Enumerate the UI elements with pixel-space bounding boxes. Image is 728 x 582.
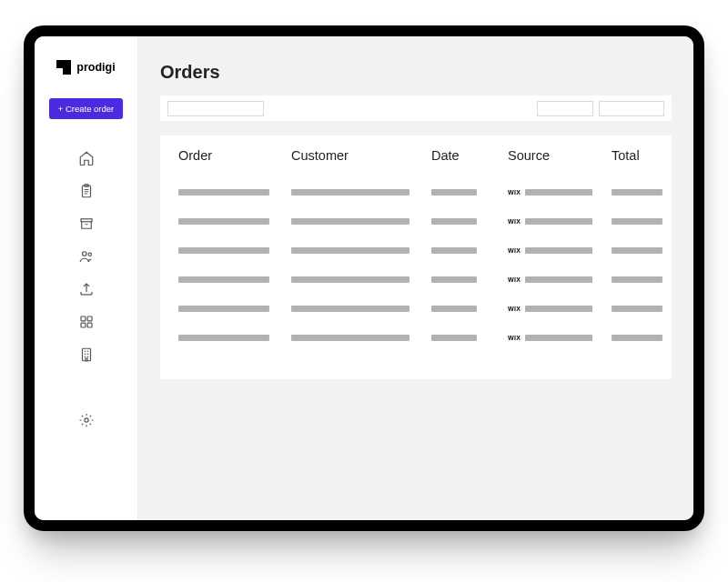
source-tag: WIX xyxy=(508,276,521,283)
cell-source-placeholder xyxy=(525,218,592,225)
grid-icon[interactable] xyxy=(78,314,95,330)
cell-source: WIX xyxy=(508,335,608,341)
cell-order-placeholder xyxy=(178,218,269,225)
svg-rect-11 xyxy=(81,323,86,327)
cell-total-placeholder xyxy=(612,247,662,254)
table-row[interactable]: WIX xyxy=(178,177,653,206)
settings-icon[interactable] xyxy=(78,412,95,428)
cell-source: WIX xyxy=(508,306,608,312)
cell-order-placeholder xyxy=(178,189,269,196)
cell-customer-placeholder xyxy=(291,335,410,341)
upload-icon[interactable] xyxy=(78,281,95,297)
brand-logo-icon xyxy=(56,60,71,75)
cell-customer-placeholder xyxy=(291,247,410,254)
cell-source-placeholder xyxy=(525,335,592,341)
cell-source-placeholder xyxy=(525,247,592,254)
archive-icon[interactable] xyxy=(78,216,95,232)
cell-date-placeholder xyxy=(431,306,477,312)
create-order-button[interactable]: + Create order xyxy=(49,98,124,119)
filter-dropdown-b[interactable] xyxy=(599,101,664,116)
source-tag: WIX xyxy=(508,335,521,341)
cell-order-placeholder xyxy=(178,247,269,254)
source-tag: WIX xyxy=(508,218,521,225)
table-body: WIXWIXWIXWIXWIXWIX xyxy=(178,177,653,352)
cell-date-placeholder xyxy=(431,218,477,225)
cell-source: WIX xyxy=(508,247,608,254)
cell-source-placeholder xyxy=(525,276,592,283)
sidebar-nav xyxy=(78,150,95,428)
svg-point-7 xyxy=(82,252,86,256)
tablet-frame: prodigi + Create order xyxy=(24,25,704,531)
col-date: Date xyxy=(431,148,504,163)
app-screen: prodigi + Create order xyxy=(35,36,693,520)
cell-customer-placeholder xyxy=(291,306,410,312)
table-row[interactable]: WIX xyxy=(178,323,653,352)
cell-total-placeholder xyxy=(612,306,662,312)
orders-table: Order Customer Date Source Total WIXWIXW… xyxy=(160,135,672,379)
cell-order-placeholder xyxy=(178,335,269,341)
brand: prodigi xyxy=(56,60,115,75)
brand-name: prodigi xyxy=(76,61,115,74)
cell-date-placeholder xyxy=(431,276,477,283)
cell-source-placeholder xyxy=(525,306,592,312)
cell-total-placeholder xyxy=(612,335,662,341)
cell-total-placeholder xyxy=(612,189,662,196)
table-row[interactable]: WIX xyxy=(178,206,653,236)
sidebar: prodigi + Create order xyxy=(35,36,138,520)
main-content: Orders Order Customer Date Source Total … xyxy=(138,36,693,520)
cell-date-placeholder xyxy=(431,189,477,196)
filter-dropdown-a[interactable] xyxy=(537,101,593,116)
building-icon[interactable] xyxy=(78,346,95,363)
cell-source: WIX xyxy=(508,189,608,196)
cell-customer-placeholder xyxy=(291,276,410,283)
cell-total-placeholder xyxy=(612,276,662,283)
cell-order-placeholder xyxy=(178,306,269,312)
search-input[interactable] xyxy=(167,101,264,116)
svg-rect-12 xyxy=(87,323,92,327)
cell-total-placeholder xyxy=(612,218,662,225)
cell-source: WIX xyxy=(508,276,608,283)
home-icon[interactable] xyxy=(78,150,95,166)
col-customer: Customer xyxy=(291,148,428,163)
users-icon[interactable] xyxy=(78,248,95,265)
col-order: Order xyxy=(178,148,288,163)
table-row[interactable]: WIX xyxy=(178,294,653,323)
table-row[interactable]: WIX xyxy=(178,236,653,265)
svg-rect-5 xyxy=(81,219,92,222)
svg-rect-20 xyxy=(85,358,86,361)
col-total: Total xyxy=(612,148,675,163)
cell-date-placeholder xyxy=(431,335,477,341)
cell-source-placeholder xyxy=(525,189,592,196)
cell-customer-placeholder xyxy=(291,218,410,225)
svg-rect-13 xyxy=(82,348,90,361)
page-title: Orders xyxy=(160,62,672,83)
source-tag: WIX xyxy=(508,306,521,312)
table-header-row: Order Customer Date Source Total xyxy=(178,148,653,163)
filter-bar xyxy=(160,95,672,121)
cell-date-placeholder xyxy=(431,247,477,254)
svg-rect-9 xyxy=(81,316,86,321)
cell-customer-placeholder xyxy=(291,189,410,196)
source-tag: WIX xyxy=(508,189,521,196)
svg-rect-10 xyxy=(87,316,92,321)
table-row[interactable]: WIX xyxy=(178,265,653,294)
cell-order-placeholder xyxy=(178,276,269,283)
svg-point-8 xyxy=(88,253,91,256)
source-tag: WIX xyxy=(508,247,521,254)
col-source: Source xyxy=(508,148,608,163)
clipboard-icon[interactable] xyxy=(78,183,95,199)
svg-point-21 xyxy=(84,418,87,422)
cell-source: WIX xyxy=(508,218,608,225)
